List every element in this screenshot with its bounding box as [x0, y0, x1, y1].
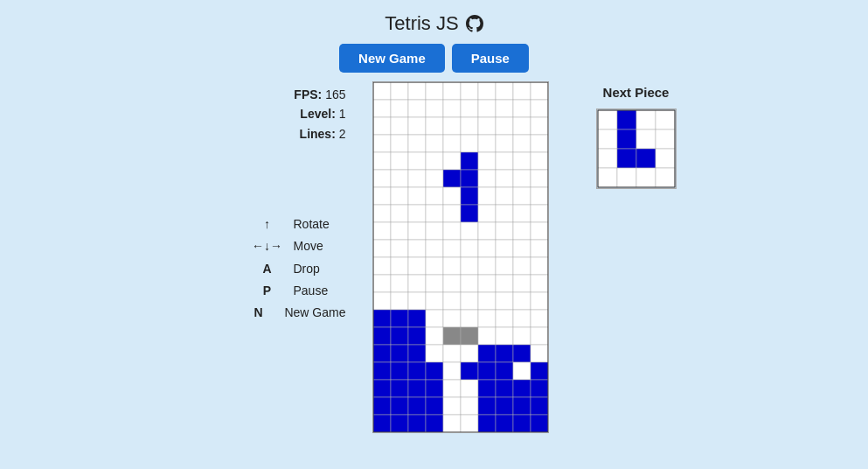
pause-key: P	[250, 280, 285, 302]
github-icon[interactable]	[466, 15, 483, 32]
newgame-key: N	[240, 302, 275, 324]
lines-row: Lines: 2	[294, 124, 345, 144]
pause-button[interactable]: Pause	[452, 44, 529, 73]
fps-row: FPS: 165	[294, 85, 345, 104]
controls-panel: ↑ Rotate ←↓→ Move A Drop P Pause N New G…	[240, 214, 345, 324]
control-rotate: ↑ Rotate	[250, 214, 346, 235]
move-key: ←↓→	[250, 235, 285, 257]
control-newgame: N New Game	[240, 302, 345, 324]
lines-value: 2	[339, 127, 346, 141]
tetris-board	[372, 81, 549, 433]
control-drop: A Drop	[250, 258, 346, 280]
next-piece-label: Next Piece	[603, 85, 670, 100]
stats-panel: FPS: 165 Level: 1 Lines: 2	[294, 85, 345, 144]
drop-action: Drop	[294, 258, 346, 280]
left-panel: FPS: 165 Level: 1 Lines: 2 ↑ Rotate ←↓→ …	[171, 81, 346, 324]
fps-value: 165	[325, 88, 345, 102]
level-label: Level:	[300, 107, 335, 121]
page-header: Tetris JS	[385, 12, 483, 35]
newgame-action: New Game	[284, 302, 345, 324]
control-move: ←↓→ Move	[250, 235, 346, 257]
right-panel: Next Piece	[575, 81, 698, 189]
rotate-action: Rotate	[294, 214, 346, 235]
lines-label: Lines:	[300, 127, 336, 141]
rotate-key: ↑	[250, 214, 285, 235]
move-action: Move	[294, 235, 346, 257]
level-row: Level: 1	[294, 104, 345, 123]
button-row: New Game Pause	[339, 44, 529, 73]
pause-action: Pause	[294, 280, 346, 302]
page-title: Tetris JS	[385, 12, 458, 35]
fps-label: FPS:	[294, 88, 322, 102]
level-value: 1	[339, 107, 346, 121]
main-area: FPS: 165 Level: 1 Lines: 2 ↑ Rotate ←↓→ …	[0, 81, 868, 433]
drop-key: A	[250, 258, 285, 280]
new-game-button[interactable]: New Game	[339, 44, 445, 73]
board-container	[372, 81, 549, 433]
next-piece-canvas	[596, 108, 677, 189]
control-pause: P Pause	[250, 280, 346, 302]
